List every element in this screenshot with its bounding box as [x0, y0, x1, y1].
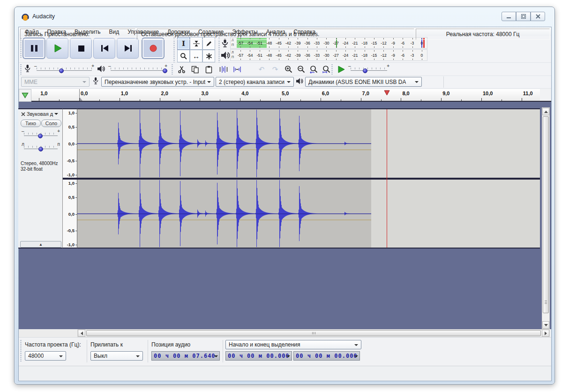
meter-toolbar-grip[interactable] — [218, 38, 220, 62]
recording-cursor — [387, 109, 387, 248]
playback-volume-speaker-icon — [97, 65, 105, 75]
meter-db-label: -45 — [276, 41, 281, 45]
track-pan-slider[interactable]: лп — [21, 142, 61, 152]
waveform-left-channel[interactable] — [77, 109, 540, 178]
selection-mode-dropdown[interactable]: Начало и конец выделения — [225, 340, 361, 349]
track-info-line1: Стерео, 48000Hz — [21, 161, 58, 166]
playback-meter[interactable]: ЛП -57-54-51-48-45-42-39-36-33-30-27-24-… — [230, 49, 427, 61]
horizontal-scrollbar-thumb[interactable] — [86, 330, 541, 336]
scroll-down-button[interactable] — [542, 321, 549, 329]
skip-to-start-button[interactable] — [93, 38, 115, 59]
playback-volume-slider[interactable]: –+ — [107, 64, 168, 74]
multi-tool-button[interactable] — [202, 50, 215, 62]
meter-db-label: -54 — [247, 53, 253, 58]
track-mute-button[interactable]: Тихо — [21, 120, 41, 127]
window-content: ФайлПравкаВыделитьВидУправлениеДорожкиСо… — [18, 27, 552, 381]
snap-to-dropdown[interactable]: Выкл — [90, 351, 143, 361]
copy-button[interactable] — [188, 64, 202, 75]
silence-audio-button[interactable] — [231, 64, 244, 75]
meter-db-label: -12 — [381, 53, 386, 58]
record-meter-mic-button[interactable] — [221, 38, 230, 49]
close-x-icon — [21, 112, 25, 116]
record-volume-slider[interactable]: –+ — [33, 64, 95, 74]
selection-toolbar-grip[interactable] — [20, 340, 22, 362]
status-disk-space: Оставшееся дисковое пространство для зап… — [137, 29, 414, 40]
undo-button[interactable]: ↶ — [255, 64, 268, 75]
title-bar[interactable]: Audacity — [15, 7, 554, 27]
zoom-out-button[interactable] — [295, 64, 308, 75]
track-close-button[interactable] — [20, 111, 26, 117]
vertical-scrollbar-thumb[interactable] — [543, 116, 549, 313]
left-right-arrow-icon: ↔ — [193, 52, 200, 60]
chevron-down-icon — [54, 113, 58, 117]
track-gain-thumb[interactable] — [38, 134, 43, 138]
play-speed-toolbar-grip[interactable] — [331, 64, 333, 75]
zoom-tool-button[interactable] — [177, 50, 190, 62]
play-speed-slider[interactable]: –+ — [347, 64, 390, 74]
scroll-left-button[interactable] — [78, 330, 85, 337]
track-pan-thumb[interactable] — [38, 147, 43, 151]
record-volume-thumb[interactable] — [59, 68, 64, 73]
meter-db-label: -48 — [266, 53, 272, 58]
meter-db-label: -36 — [304, 53, 310, 58]
playback-meter-channel-labels: ЛП — [232, 50, 234, 60]
pause-button[interactable] — [23, 38, 45, 59]
record-position-marker[interactable] — [384, 90, 390, 96]
meter-db-label: -33 — [314, 41, 320, 45]
timeline-label: 2,0 — [161, 90, 168, 96]
track-collapse-button[interactable]: ▲ — [20, 241, 61, 248]
meter-db-label: -39 — [295, 41, 300, 45]
timeline-label: 7,0 — [362, 90, 369, 96]
fit-selection-button[interactable] — [307, 64, 321, 75]
skip-to-end-button[interactable] — [117, 38, 139, 59]
audacity-window: Audacity ФайлПравкаВыделитьВидУправление… — [14, 7, 555, 384]
stop-button[interactable] — [70, 38, 92, 59]
timeline-pin-button[interactable] — [19, 89, 31, 102]
selection-end-field[interactable]: 00 ч 00 м 00.000 с — [293, 351, 360, 361]
transport-toolbar-grip[interactable] — [20, 38, 22, 59]
output-device-dropdown[interactable]: Динамики (ASUS EONE MKII USB DA — [305, 77, 422, 87]
zoom-in-button[interactable] — [282, 64, 295, 75]
waveform-right-channel[interactable] — [77, 180, 540, 248]
project-rate-dropdown[interactable]: 48000 — [25, 351, 66, 361]
play-at-speed-button[interactable] — [335, 64, 348, 75]
input-device-dropdown[interactable]: Переназначение звуковых устр. - Input — [101, 77, 214, 87]
audio-host-dropdown[interactable]: MME — [21, 77, 90, 87]
track-gain-slider[interactable]: –+ — [21, 129, 61, 139]
minimize-button[interactable] — [502, 12, 516, 21]
timeline-label: 10,0 — [483, 90, 493, 96]
horizontal-scrollbar[interactable] — [77, 329, 550, 337]
timeshift-tool-button[interactable]: ↔ — [190, 50, 202, 62]
tools-toolbar-grip[interactable] — [173, 38, 175, 62]
audio-position-field[interactable]: 00 ч 00 м 07.640 с — [151, 351, 220, 361]
edit-toolbar-grip[interactable] — [172, 64, 173, 75]
playback-meter-speaker-button[interactable] — [221, 51, 231, 61]
play-speed-thumb[interactable] — [363, 68, 367, 73]
play-button[interactable] — [46, 38, 68, 59]
timeline-ruler[interactable]: 1,00,01,02,03,04,05,06,07,08,09,010,011,… — [31, 89, 540, 102]
meter-db-label: -42 — [285, 53, 291, 58]
track-solo-button[interactable]: Соло — [41, 120, 61, 127]
track-name-dropdown[interactable]: Звуковая д — [27, 110, 61, 117]
cut-button[interactable] — [175, 64, 188, 75]
timeline-label: 4,0 — [241, 90, 248, 96]
pause-icon — [30, 44, 39, 53]
meter-db-label: -36 — [304, 41, 310, 45]
pencil-icon — [205, 40, 213, 47]
mixer-toolbar-grip[interactable] — [20, 64, 22, 75]
scroll-up-button[interactable] — [542, 108, 549, 115]
vertical-scrollbar[interactable] — [542, 107, 550, 329]
trim-audio-button[interactable] — [217, 64, 230, 75]
paste-button[interactable] — [202, 64, 215, 75]
record-button[interactable] — [142, 38, 164, 59]
scroll-right-button[interactable] — [542, 330, 549, 337]
vruler-label: 1,0 — [68, 111, 75, 115]
maximize-button[interactable] — [516, 12, 531, 21]
snap-to-label: Прилипать к — [90, 341, 123, 348]
selection-start-field[interactable]: 00 ч 00 м 00.000 с — [225, 351, 292, 361]
play-at-speed-icon — [337, 65, 345, 74]
input-channels-dropdown[interactable]: 2 (стерео) канала записи — [216, 77, 294, 87]
playback-volume-thumb[interactable] — [163, 68, 167, 73]
redo-button[interactable]: ↷ — [269, 64, 282, 75]
close-button[interactable] — [531, 12, 545, 21]
